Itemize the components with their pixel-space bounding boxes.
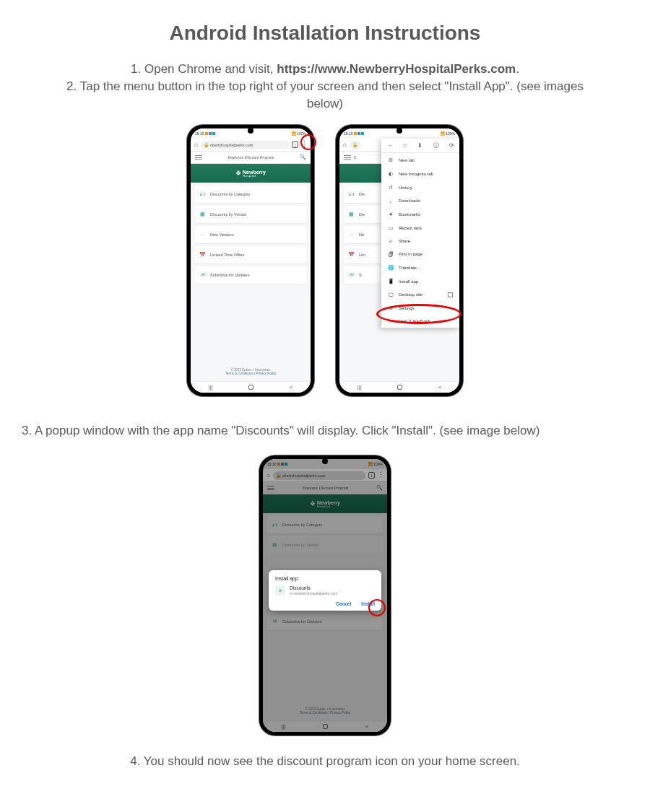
recent-apps-icon[interactable]: ||| [358,384,362,390]
chrome-menu-install-app[interactable]: 📱Install app [381,274,459,288]
plus-icon: ⊞ [388,157,394,163]
star-icon: ☆ [199,232,206,238]
menu-label: Downloads [399,198,420,203]
grid-icon: ▦ [199,211,206,218]
menu-label: Lim [359,253,365,257]
chrome-menu-new-tab[interactable]: ⊞New tab [381,153,459,167]
chrome-menu-bookmarks[interactable]: ★Bookmarks [381,207,459,221]
home-button-icon[interactable] [248,385,254,390]
step4-text: 4. You should now see the discount progr… [0,754,650,769]
phone-2: 18:10 📶100% ⌂ 🔒 E 🏷Dis ▦Dis ☆Ne 📅Lim ✉S [336,125,463,396]
tag-icon: 🏷 [199,191,206,198]
footer-privacy-link[interactable]: Privacy Policy [256,372,276,375]
chrome-menu-help[interactable]: ?Help & feedback [381,315,459,328]
chrome-menu-incognito[interactable]: ◐New Incognito tab [381,167,459,180]
site-footer: © 2023 Epkes + Associates Terms & Condit… [195,364,306,378]
info-icon[interactable]: ⓘ [433,141,439,149]
menu-label: New Incognito tab [399,172,433,176]
site-header: Employee Discount Program 🔍 [191,152,311,164]
calendar-icon: 📅 [199,252,206,258]
desktop-icon: 🖵 [388,292,394,297]
menu-label: Limited Time Offers [210,253,245,257]
hamburger-icon[interactable] [195,155,202,160]
site-title: E [354,155,356,160]
find-icon: 🗐 [388,252,394,257]
menu-label: History [399,185,412,190]
chrome-menu-recent[interactable]: ▭Recent tabs [381,221,459,235]
menu-label: Install app [399,279,418,284]
step1-suffix: . [516,62,519,76]
mail-icon: ✉ [348,272,355,279]
kebab-menu-icon[interactable]: ⋮ [301,141,307,148]
incognito-icon: ◐ [388,171,394,177]
home-icon[interactable]: ⌂ [343,141,347,148]
step1-url: https://www.NewberryHospitalPerks.com [277,62,516,76]
star-icon: ★ [388,211,394,217]
footer-terms-link[interactable]: Terms & Conditions [225,372,254,375]
grid-icon: ▦ [348,211,355,218]
dialog-app-url: m.newberryhospitalperks.com [290,591,337,595]
dialog-title: Install app [275,576,375,581]
download-icon[interactable]: ⬇ [417,142,422,149]
mail-icon: ✉ [199,272,206,279]
menu-label: Discounts by Vendor [210,212,246,217]
menu-label: Discounts by Category [210,192,250,196]
forward-icon[interactable]: → [386,142,392,149]
dialog-cancel-button[interactable]: Cancel [336,601,351,606]
chrome-menu-desktop[interactable]: 🖵Desktop site [381,288,459,301]
app-icon: ⊞ [275,585,285,595]
url-field[interactable]: 🔒 [350,141,361,149]
menu-limited-time[interactable]: 📅Limited Time Offers [195,246,306,263]
chrome-menu-share[interactable]: <Share.. [381,235,459,248]
status-battery: 100% [297,131,306,136]
menu-discounts-category[interactable]: 🏷Discounts by Category [195,185,306,203]
menu-label: Settings [399,306,415,310]
gear-icon: ⚙ [388,305,394,311]
menu-label: Bookmarks [399,212,420,217]
home-button-icon[interactable] [397,385,402,390]
menu-label: Find in page [399,252,422,256]
calendar-icon: 📅 [348,252,355,258]
chrome-menu-downloads[interactable]: ↓Downloads [381,194,459,207]
brand-sub: Hospital [243,175,266,178]
camera-notch [322,458,328,464]
menu-new-vendors[interactable]: ☆New Vendors [195,226,306,243]
step1-prefix: 1. Open Chrome and visit, [131,62,277,76]
site-title: Employee Discount Program [228,155,274,160]
checkbox-icon[interactable] [448,292,453,297]
lock-icon: 🔒 [352,142,358,147]
dialog-app-name: Discounts [290,585,337,591]
reload-icon[interactable]: ⟳ [449,142,454,149]
bookmark-star-icon[interactable]: ☆ [402,142,407,149]
menu-label: Help & feedback [399,319,430,323]
back-button-icon[interactable]: < [290,384,293,390]
menu-discounts-vendor[interactable]: ▦Discounts by Vendor [195,206,306,223]
menu-label: S [359,273,362,277]
chrome-menu-history[interactable]: ↺History [381,180,459,194]
phones-row-1: 18:10 📶100% ⌂ 🔒vberryhospitalperks.com 1… [0,125,650,396]
step3-text: 3. A popup window with the app name "Dis… [0,424,650,438]
recent-apps-icon[interactable]: ||| [209,384,213,390]
home-icon[interactable]: ⌂ [194,141,198,148]
menu-label: Dis [359,212,365,217]
lock-icon: 🔒 [204,142,209,147]
install-app-dialog: Install app ⊞ Discounts m.newberryhospit… [269,570,381,611]
url-field[interactable]: 🔒vberryhospitalperks.com [201,141,289,149]
dialog-install-button[interactable]: Install [361,601,375,606]
status-time: 18:10 [195,131,204,136]
chrome-menu-find[interactable]: 🗐Find in page [381,248,459,261]
download-icon: ↓ [388,198,394,204]
menu-subscribe[interactable]: ✉Subscribe for Updates [195,266,306,284]
tabs-icon[interactable]: 1 [292,141,298,148]
hamburger-icon[interactable] [344,155,351,160]
brand-logo-icon: ❖ [235,170,241,177]
chrome-menu-translate[interactable]: 🌐Translate.. [381,261,459,274]
brand-banner: ❖ NewberryHospital [191,164,311,183]
chrome-menu-settings[interactable]: ⚙Settings [381,301,459,315]
back-button-icon[interactable]: < [438,384,442,390]
menu-label: Desktop site [399,292,422,297]
camera-notch [248,128,254,134]
search-icon[interactable]: 🔍 [300,154,306,160]
android-nav-bar: ||| < [191,381,311,393]
menu-label: Recent tabs [399,226,422,230]
